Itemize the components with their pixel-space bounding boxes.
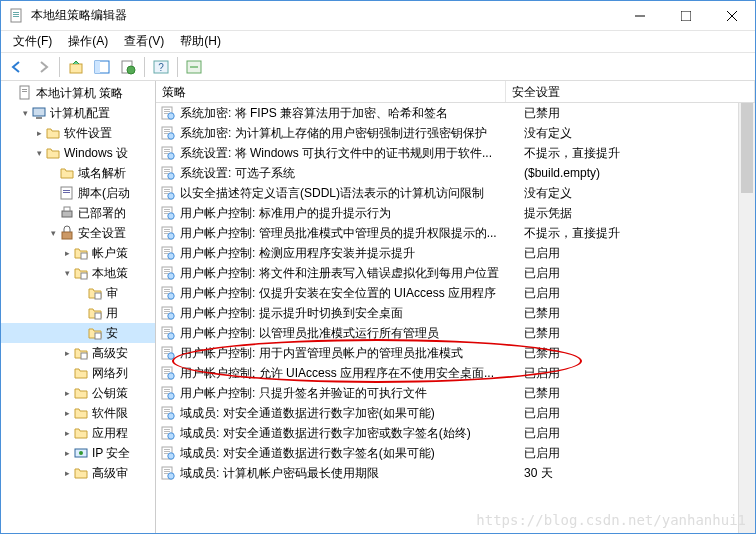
ip-icon bbox=[73, 445, 89, 461]
svg-rect-116 bbox=[164, 429, 170, 430]
svg-rect-98 bbox=[164, 353, 168, 354]
col-policy[interactable]: 策略 bbox=[156, 81, 506, 102]
policy-row[interactable]: 用户帐户控制: 标准用户的提升提示行为提示凭据 bbox=[156, 203, 755, 223]
menu-help[interactable]: 帮助(H) bbox=[172, 31, 229, 52]
up-button[interactable] bbox=[64, 55, 88, 79]
tree-node[interactable]: ▸高级安 bbox=[1, 343, 155, 363]
expander-icon[interactable]: ▸ bbox=[61, 468, 73, 478]
policy-setting: 没有定义 bbox=[524, 185, 572, 202]
policy-row[interactable]: 系统加密: 为计算机上存储的用户密钥强制进行强密钥保护没有定义 bbox=[156, 123, 755, 143]
policy-name: 域成员: 对安全通道数据进行数字签名(如果可能) bbox=[180, 445, 524, 462]
policy-row[interactable]: 用户帐户控制: 检测应用程序安装并提示提升已启用 bbox=[156, 243, 755, 263]
tree-node[interactable]: ▸公钥策 bbox=[1, 383, 155, 403]
tree-node[interactable]: ▸软件限 bbox=[1, 403, 155, 423]
tree-node[interactable]: 域名解析 bbox=[1, 163, 155, 183]
maximize-button[interactable] bbox=[663, 1, 709, 31]
tree-node[interactable]: ▾计算机配置 bbox=[1, 103, 155, 123]
policy-row[interactable]: 用户帐户控制: 只提升签名并验证的可执行文件已禁用 bbox=[156, 383, 755, 403]
expander-icon[interactable]: ▸ bbox=[61, 388, 73, 398]
policy-row[interactable]: 用户帐户控制: 用于内置管理员帐户的管理员批准模式已禁用 bbox=[156, 343, 755, 363]
policy-name: 系统设置: 将 Windows 可执行文件中的证书规则用于软件... bbox=[180, 145, 524, 162]
policy-row[interactable]: 用户帐户控制: 仅提升安装在安全位置的 UIAccess 应用程序已启用 bbox=[156, 283, 755, 303]
show-hide-tree-button[interactable] bbox=[90, 55, 114, 79]
expander-icon[interactable]: ▾ bbox=[61, 268, 73, 278]
tree-node[interactable]: 用 bbox=[1, 303, 155, 323]
policy-row[interactable]: 域成员: 对安全通道数据进行数字加密或数字签名(始终)已启用 bbox=[156, 423, 755, 443]
folder-icon bbox=[45, 145, 61, 161]
policy-row[interactable]: 系统加密: 将 FIPS 兼容算法用于加密、哈希和签名已禁用 bbox=[156, 103, 755, 123]
tree-node[interactable]: ▾安全设置 bbox=[1, 223, 155, 243]
svg-rect-2 bbox=[13, 14, 19, 15]
expander-icon[interactable]: ▸ bbox=[61, 448, 73, 458]
expander-icon[interactable]: ▾ bbox=[33, 148, 45, 158]
vertical-scrollbar[interactable] bbox=[738, 103, 755, 533]
forward-button[interactable] bbox=[31, 55, 55, 79]
policy-row[interactable]: 域成员: 对安全通道数据进行数字加密(如果可能)已启用 bbox=[156, 403, 755, 423]
filter-button[interactable] bbox=[182, 55, 206, 79]
menu-file[interactable]: 文件(F) bbox=[5, 31, 60, 52]
svg-rect-112 bbox=[164, 411, 170, 412]
minimize-button[interactable] bbox=[617, 1, 663, 31]
expander-icon[interactable]: ▸ bbox=[61, 248, 73, 258]
svg-point-74 bbox=[168, 253, 174, 259]
separator bbox=[177, 57, 178, 77]
app-icon bbox=[9, 8, 25, 24]
tree-node[interactable]: ▸高级审 bbox=[1, 463, 155, 483]
policy-row[interactable]: 系统设置: 将 Windows 可执行文件中的证书规则用于软件...不提示，直接… bbox=[156, 143, 755, 163]
tree-label: 安 bbox=[106, 325, 118, 342]
tree-label: 高级审 bbox=[92, 465, 128, 482]
expander-icon[interactable]: ▸ bbox=[61, 408, 73, 418]
help-button[interactable]: ? bbox=[149, 55, 173, 79]
policy-row[interactable]: 用户帐户控制: 管理员批准模式中管理员的提升权限提示的...不提示，直接提升 bbox=[156, 223, 755, 243]
policy-name: 用户帐户控制: 只提升签名并验证的可执行文件 bbox=[180, 385, 524, 402]
policy-row[interactable]: 以安全描述符定义语言(SDDL)语法表示的计算机访问限制没有定义 bbox=[156, 183, 755, 203]
policy-name: 系统加密: 将 FIPS 兼容算法用于加密、哈希和签名 bbox=[180, 105, 524, 122]
tree-node[interactable]: ▸帐户策 bbox=[1, 243, 155, 263]
menu-action[interactable]: 操作(A) bbox=[60, 31, 116, 52]
tree-node[interactable]: 网络列 bbox=[1, 363, 155, 383]
policy-row[interactable]: 系统设置: 可选子系统($build.empty) bbox=[156, 163, 755, 183]
close-button[interactable] bbox=[709, 1, 755, 31]
export-button[interactable] bbox=[116, 55, 140, 79]
expander-icon[interactable]: ▸ bbox=[61, 348, 73, 358]
policy-setting: 不提示，直接提升 bbox=[524, 225, 620, 242]
tree-node[interactable]: ▸软件设置 bbox=[1, 123, 155, 143]
policy-row[interactable]: 域成员: 对安全通道数据进行数字签名(如果可能)已启用 bbox=[156, 443, 755, 463]
tree-node[interactable]: 已部署的 bbox=[1, 203, 155, 223]
menu-view[interactable]: 查看(V) bbox=[116, 31, 172, 52]
tree-label: 高级安 bbox=[92, 345, 128, 362]
svg-rect-58 bbox=[164, 193, 168, 194]
policy-row[interactable]: 域成员: 计算机帐户密码最长使用期限30 天 bbox=[156, 463, 755, 483]
policy-row[interactable]: 用户帐户控制: 提示提升时切换到安全桌面已禁用 bbox=[156, 303, 755, 323]
policy-icon bbox=[160, 125, 176, 141]
svg-rect-122 bbox=[164, 451, 170, 452]
policy-setting: 没有定义 bbox=[524, 125, 572, 142]
policy-row[interactable]: 用户帐户控制: 允许 UIAccess 应用程序在不使用安全桌面...已启用 bbox=[156, 363, 755, 383]
tree-panel[interactable]: 本地计算机 策略▾计算机配置▸软件设置▾Windows 设域名解析脚本(启动已部… bbox=[1, 81, 156, 533]
expander-icon[interactable]: ▾ bbox=[47, 228, 59, 238]
svg-point-39 bbox=[168, 113, 174, 119]
tree-node[interactable]: ▾Windows 设 bbox=[1, 143, 155, 163]
back-button[interactable] bbox=[5, 55, 29, 79]
policy-name: 用户帐户控制: 检测应用程序安装并提示提升 bbox=[180, 245, 524, 262]
svg-rect-37 bbox=[164, 111, 170, 112]
tree-node[interactable]: 安 bbox=[1, 323, 155, 343]
col-setting[interactable]: 安全设置 bbox=[506, 81, 755, 102]
expander-icon[interactable]: ▸ bbox=[33, 128, 45, 138]
tree-node[interactable]: 审 bbox=[1, 283, 155, 303]
tree-label: 软件限 bbox=[92, 405, 128, 422]
tree-node[interactable]: ▸应用程 bbox=[1, 423, 155, 443]
lock-icon bbox=[59, 225, 75, 241]
tree-node[interactable]: ▾本地策 bbox=[1, 263, 155, 283]
expander-icon[interactable]: ▾ bbox=[19, 108, 31, 118]
tree-node[interactable]: 脚本(启动 bbox=[1, 183, 155, 203]
scrollbar-thumb[interactable] bbox=[741, 103, 753, 193]
tree-node[interactable]: 本地计算机 策略 bbox=[1, 83, 155, 103]
expander-icon[interactable]: ▸ bbox=[61, 428, 73, 438]
policy-row[interactable]: 用户帐户控制: 以管理员批准模式运行所有管理员已禁用 bbox=[156, 323, 755, 343]
tree-label: 域名解析 bbox=[78, 165, 126, 182]
tree-node[interactable]: ▸IP 安全 bbox=[1, 443, 155, 463]
list-header: 策略 安全设置 bbox=[156, 81, 755, 103]
policy-row[interactable]: 用户帐户控制: 将文件和注册表写入错误虚拟化到每用户位置已启用 bbox=[156, 263, 755, 283]
svg-rect-82 bbox=[164, 291, 170, 292]
